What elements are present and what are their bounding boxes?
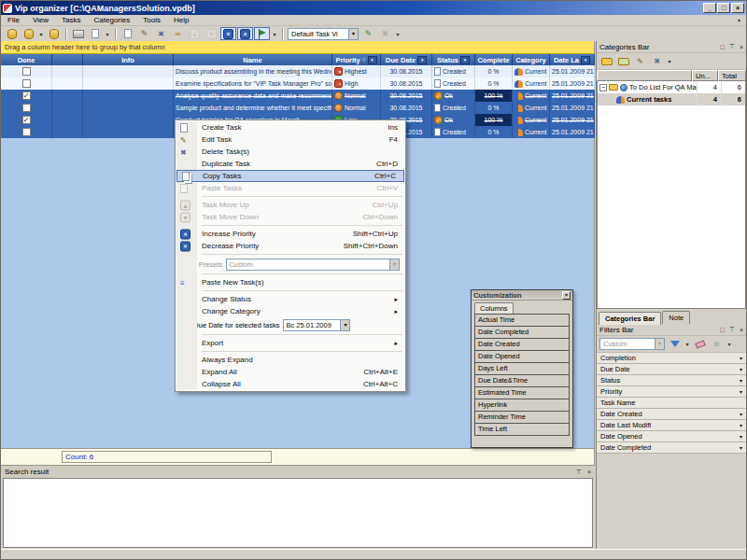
edit-view-button[interactable]: ✎: [360, 27, 376, 40]
view-overflow-icon[interactable]: ▾: [394, 31, 402, 37]
chevron-down-icon[interactable]: ▾: [740, 377, 742, 384]
menu-item-paste-tasks[interactable]: Paste TasksCtrl+V: [176, 182, 405, 194]
menu-item-change-status[interactable]: Change Status▸: [176, 293, 405, 305]
filter-row-due-date[interactable]: Due Date▾: [597, 364, 746, 375]
menu-help[interactable]: Help: [167, 15, 195, 26]
draggable-column[interactable]: Date Opened: [474, 351, 570, 363]
column-priority[interactable]: Priority▽▾: [332, 54, 381, 65]
find-task-button[interactable]: ∞: [170, 27, 186, 40]
column-status[interactable]: Status▾: [432, 54, 475, 65]
flag-view-button[interactable]: [254, 27, 270, 40]
close-panel-icon[interactable]: ×: [587, 469, 591, 475]
combo-caret-icon[interactable]: ▾: [389, 259, 399, 270]
menubar-overflow-icon[interactable]: ▾: [738, 17, 746, 23]
minimize-button[interactable]: _: [703, 3, 716, 13]
filter-row-date-created[interactable]: Date Created▾: [597, 409, 746, 420]
menu-tools[interactable]: Tools: [136, 15, 167, 26]
draggable-column[interactable]: Hyperlink: [474, 399, 570, 412]
chevron-down-icon[interactable]: ▾: [740, 433, 742, 440]
open-database-caret-icon[interactable]: ▾: [37, 31, 45, 37]
combo-caret-icon[interactable]: ▾: [340, 320, 349, 330]
menu-item-expand-all[interactable]: Expand AllCtrl+Alt+E: [176, 366, 405, 378]
filter-row-date-opened[interactable]: Date Opened▾: [597, 431, 746, 442]
date-last-filter-icon[interactable]: ▾: [581, 56, 590, 64]
chevron-down-icon[interactable]: ▾: [740, 444, 742, 451]
table-row[interactable]: Sample product and determine whether it …: [1, 102, 595, 114]
restore-button[interactable]: □: [717, 3, 730, 13]
task-move-down-button[interactable]: ▼: [204, 27, 219, 40]
column-total[interactable]: Total: [718, 70, 746, 81]
filter-presets-combo[interactable]: Custom▾: [226, 259, 400, 271]
column-reminder[interactable]: [52, 54, 83, 65]
due-date-filter-icon[interactable]: ▾: [417, 56, 427, 64]
print-button[interactable]: [70, 27, 86, 40]
filter-row-date-last-modified[interactable]: Date Last Modifi▾: [597, 420, 746, 431]
restore-panel-icon[interactable]: □: [721, 44, 725, 50]
set-due-date-combo[interactable]: Bc 25.01.2009▾: [283, 319, 350, 331]
menu-item-paste-new-tasks[interactable]: ≡Paste New Task(s): [176, 276, 405, 288]
column-name[interactable]: Name: [174, 54, 332, 65]
menu-item-always-expand[interactable]: Always Expand: [176, 354, 405, 366]
draggable-column[interactable]: Days Left: [474, 363, 570, 375]
draggable-column[interactable]: Estimated Time: [474, 387, 570, 399]
menu-item-increase-priority[interactable]: »Increase PriorityShift+Ctrl+Up: [176, 228, 405, 240]
column-done[interactable]: Done: [1, 54, 52, 65]
chevron-down-icon[interactable]: ▾: [740, 366, 742, 372]
draggable-column[interactable]: Reminder Time: [474, 412, 570, 424]
column-info[interactable]: Info: [83, 54, 174, 65]
combo-caret-icon[interactable]: ▾: [655, 339, 664, 349]
close-panel-icon[interactable]: ×: [740, 44, 743, 50]
chevron-down-icon[interactable]: ▾: [740, 355, 742, 361]
delete-task-button[interactable]: ✖: [153, 27, 169, 40]
close-panel-icon[interactable]: ×: [562, 291, 571, 300]
done-checkbox[interactable]: [22, 67, 31, 76]
new-database-button[interactable]: [4, 27, 20, 40]
column-category[interactable]: Category: [513, 54, 550, 65]
restore-panel-icon[interactable]: □: [721, 327, 725, 333]
status-filter-icon[interactable]: ▾: [460, 56, 470, 64]
menu-tasks[interactable]: Tasks: [55, 15, 87, 26]
new-category-button[interactable]: [615, 55, 631, 68]
done-checkbox[interactable]: [22, 128, 31, 136]
collapse-icon[interactable]: −: [599, 84, 607, 91]
column-date-last[interactable]: Date La▾: [550, 54, 595, 65]
table-row[interactable]: Discuss product assembling in the meetin…: [1, 65, 595, 77]
column-unread[interactable]: Un...: [692, 70, 718, 81]
filters-toolbar-overflow-icon[interactable]: ▾: [726, 341, 733, 347]
tree-item-current-tasks[interactable]: Current tasks 4 6: [598, 93, 745, 105]
save-database-button[interactable]: [46, 27, 62, 40]
filter-row-task-name[interactable]: Task Name: [597, 398, 746, 409]
filter-row-completion[interactable]: Completion▾: [597, 353, 746, 364]
tab-columns[interactable]: Columns: [474, 302, 514, 314]
chevron-down-icon[interactable]: ▾: [740, 422, 742, 428]
draggable-column[interactable]: Actual Time: [474, 315, 570, 327]
tree-item-task-list[interactable]: − To Do List For QA Manage 4 6: [598, 81, 745, 93]
table-row[interactable]: ✓ Analyse quality assurance data and mak…: [1, 90, 595, 102]
search-result-body[interactable]: [3, 478, 593, 548]
open-database-button[interactable]: [21, 27, 36, 40]
filter-row-priority[interactable]: Priority▾: [597, 386, 746, 398]
draggable-column[interactable]: Due Date&Time: [474, 375, 570, 387]
filter-caret-icon[interactable]: ▾: [684, 341, 691, 347]
task-view-combo[interactable]: Default Task Vi▾: [288, 28, 359, 40]
print-preview-button[interactable]: [87, 27, 103, 40]
done-checkbox[interactable]: [22, 104, 31, 112]
column-due-date[interactable]: Due Date▾: [381, 54, 432, 65]
delete-category-button[interactable]: ✖: [649, 55, 665, 68]
create-task-button[interactable]: [120, 27, 135, 40]
menu-item-change-category[interactable]: Change Category▸: [176, 305, 405, 317]
draggable-column[interactable]: Date Created: [474, 339, 570, 351]
task-move-up-button[interactable]: ▲: [187, 27, 203, 40]
close-button[interactable]: ×: [731, 3, 744, 13]
tab-note[interactable]: Note: [662, 311, 690, 324]
menu-item-decrease-priority[interactable]: »Decrease PriorityShift+Ctrl+Down: [176, 240, 405, 252]
new-task-list-button[interactable]: [599, 55, 614, 68]
filter-preset-combo[interactable]: Custom▾: [599, 338, 665, 350]
close-panel-icon[interactable]: ×: [740, 327, 743, 333]
menu-categories[interactable]: Categories: [88, 15, 137, 26]
menu-item-task-move-up[interactable]: ▲Task Move UpCtrl+Up: [176, 199, 405, 211]
increase-priority-button[interactable]: »: [237, 27, 253, 40]
column-complete[interactable]: Complete: [475, 54, 513, 65]
delete-view-button[interactable]: ✖: [377, 27, 393, 40]
menu-item-duplicate-task[interactable]: Duplicate TaskCtrl+D: [176, 158, 405, 170]
